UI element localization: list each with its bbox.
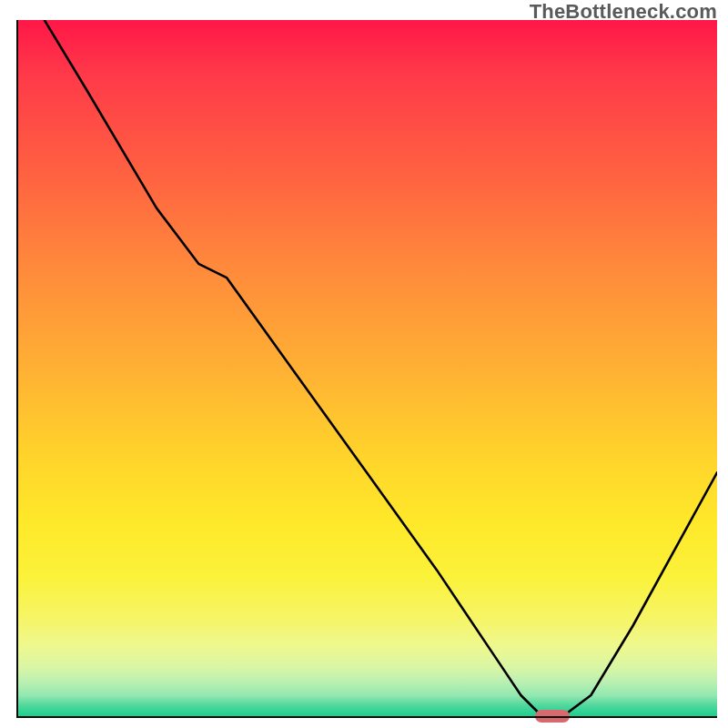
watermark-text: TheBottleneck.com bbox=[530, 0, 717, 24]
curve-layer bbox=[16, 20, 717, 716]
y-axis bbox=[16, 20, 18, 716]
bottleneck-chart: TheBottleneck.com bbox=[0, 0, 728, 728]
x-axis bbox=[16, 716, 717, 718]
bottleneck-curve-path bbox=[45, 20, 717, 716]
